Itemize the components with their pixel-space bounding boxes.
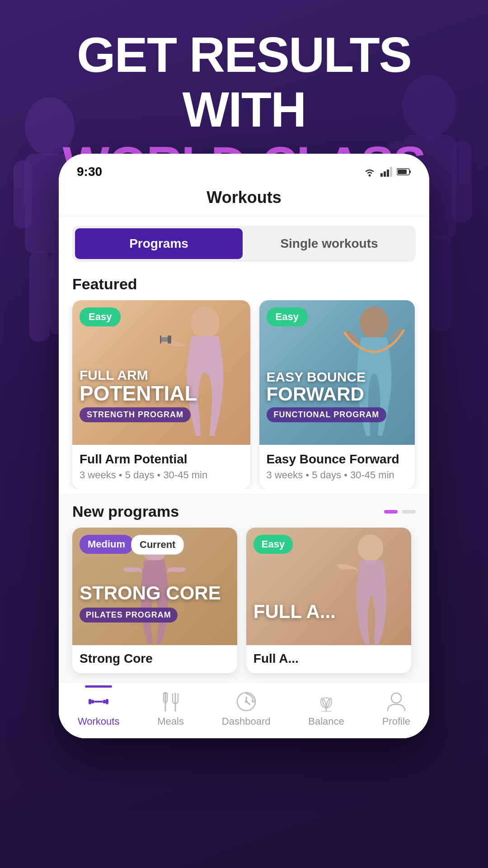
card-arm-info: Full Arm Potential 3 weeks • 5 days • 30…: [72, 445, 250, 489]
card-arm-name: Full Arm Potential: [80, 452, 243, 467]
svg-point-20: [191, 307, 220, 339]
wifi-icon: [363, 167, 376, 177]
nav-workouts-label: Workouts: [78, 716, 120, 727]
full-arm-2-figure: [330, 532, 411, 645]
svg-rect-18: [409, 170, 411, 173]
nav-profile-label: Profile: [382, 716, 410, 727]
svg-rect-28: [103, 700, 106, 703]
meals-icon: [160, 690, 182, 713]
card-bounce-title-overlay: EASY BOUNCE FORWARD FUNCTIONAL PROGRAM: [267, 369, 415, 422]
nav-workouts-indicator: [85, 685, 112, 688]
svg-rect-27: [91, 700, 94, 703]
nav-item-meals[interactable]: Meals: [157, 690, 184, 727]
tab-switcher: Programs Single workouts: [72, 226, 416, 262]
strong-core-current-badge: Current: [131, 535, 184, 555]
card-arm-title-overlay: FULL ARM POTENTIAL STRENGTH PROGRAM: [80, 368, 250, 422]
svg-rect-19: [398, 170, 407, 174]
dot-inactive: [402, 510, 416, 514]
nav-item-workouts[interactable]: Workouts: [78, 690, 120, 727]
signal-icon: [380, 167, 392, 177]
app-title: Workouts: [59, 184, 429, 217]
nav-item-profile[interactable]: Profile: [382, 690, 410, 727]
status-bar: 9:30: [59, 154, 429, 184]
status-time: 9:30: [77, 165, 102, 179]
new-programs-title: New programs: [72, 503, 179, 520]
pagination-dots: [384, 510, 416, 514]
full-arm-2-badge: Easy: [253, 535, 293, 554]
svg-rect-13: [380, 173, 383, 177]
card-bounce-meta: 3 weeks • 5 days • 30-45 min: [267, 469, 408, 481]
card-arm-meta: 3 weeks • 5 days • 30-45 min: [80, 469, 243, 481]
svg-point-39: [391, 693, 401, 703]
new-programs-header: New programs: [59, 503, 429, 528]
svg-rect-29: [89, 699, 91, 704]
svg-rect-31: [94, 701, 103, 703]
dashboard-icon: [235, 690, 258, 713]
card-bounce-info: Easy Bounce Forward 3 weeks • 5 days • 3…: [259, 445, 415, 489]
strong-core-level-badge: Medium: [80, 535, 133, 554]
svg-rect-15: [387, 170, 389, 177]
workouts-icon: [87, 690, 110, 713]
svg-rect-30: [106, 699, 108, 704]
nav-item-balance[interactable]: Balance: [308, 690, 344, 727]
profile-icon: [385, 690, 408, 713]
tab-programs[interactable]: Programs: [75, 228, 243, 259]
svg-point-24: [360, 307, 389, 339]
card-bounce-name: Easy Bounce Forward: [267, 452, 408, 467]
card-strong-core-image: Medium Current STRONG CORE PILATES PROGR…: [72, 528, 237, 645]
strong-core-name: Strong Core: [80, 651, 230, 666]
featured-cards-row: Easy FULL ARM POTENTIAL STRENGTH PROGRAM…: [59, 300, 429, 489]
featured-heading: Featured: [59, 271, 429, 300]
dot-active: [384, 510, 398, 514]
card-arm-badge: Easy: [80, 307, 121, 326]
bottom-nav: Workouts Meals: [59, 682, 429, 738]
card-full-arm-2[interactable]: Easy FULL A... Full A...: [246, 528, 411, 673]
status-icons: [363, 167, 411, 177]
nav-dashboard-label: Dashboard: [222, 716, 271, 727]
svg-rect-11: [430, 236, 452, 331]
nav-balance-label: Balance: [308, 716, 344, 727]
svg-point-12: [369, 175, 371, 177]
balance-icon: [315, 690, 338, 713]
strong-core-title-overlay: STRONG CORE PILATES PROGRAM: [80, 582, 237, 623]
svg-point-35: [245, 700, 248, 703]
card-full-arm-2-image: Easy FULL A...: [246, 528, 411, 645]
full-arm-2-info: Full A...: [246, 645, 411, 673]
strong-core-info: Strong Core: [72, 645, 237, 673]
card-full-arm[interactable]: Easy FULL ARM POTENTIAL STRENGTH PROGRAM…: [72, 300, 250, 489]
full-arm-2-title-overlay: FULL A...: [253, 601, 411, 623]
phone-mockup: 9:30: [59, 154, 429, 738]
card-strong-core[interactable]: Medium Current STRONG CORE PILATES PROGR…: [72, 528, 237, 673]
svg-point-26: [358, 534, 383, 561]
svg-rect-16: [390, 167, 392, 177]
nav-meals-label: Meals: [157, 716, 184, 727]
new-cards-row: Medium Current STRONG CORE PILATES PROGR…: [59, 528, 429, 682]
svg-rect-23: [168, 335, 171, 344]
svg-rect-14: [384, 171, 386, 177]
full-arm-2-name: Full A...: [253, 651, 404, 666]
nav-item-dashboard[interactable]: Dashboard: [222, 690, 271, 727]
new-programs-section: New programs: [59, 494, 429, 738]
card-easy-bounce[interactable]: Easy EASY BOUNCE FORWARD FUNCTIONAL PROG…: [259, 300, 415, 489]
tab-single-workouts[interactable]: Single workouts: [245, 228, 413, 259]
card-bounce-badge: Easy: [267, 307, 308, 326]
svg-rect-4: [29, 251, 50, 341]
hero-line1: GET RESULTS WITH: [27, 27, 461, 137]
svg-rect-22: [160, 335, 161, 344]
battery-icon: [397, 168, 411, 176]
